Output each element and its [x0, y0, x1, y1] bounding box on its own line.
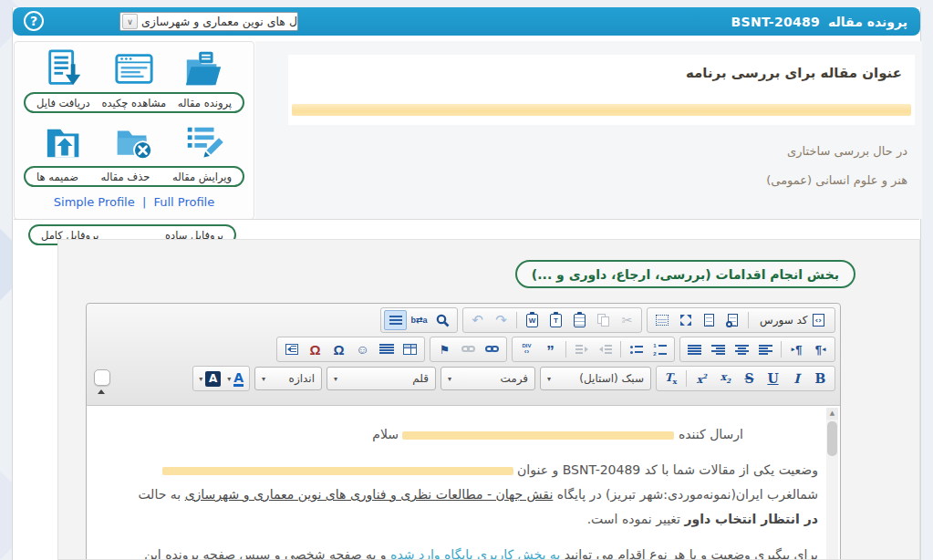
increase-indent-icon — [599, 345, 612, 355]
show-blocks-icon — [656, 315, 669, 326]
templates-button[interactable] — [698, 310, 720, 330]
remove-format-icon: Tx — [665, 371, 678, 386]
symbol-button[interactable]: Ω — [327, 339, 350, 359]
search-icon — [436, 314, 450, 327]
chevron-down-icon: ▾ — [227, 375, 231, 383]
smiley-button[interactable]: ☺ — [351, 339, 374, 359]
align-left-button[interactable] — [754, 339, 777, 359]
page-title-group: پرونده مقاله BSNT-20489 — [731, 7, 907, 36]
source-code-icon: ‹› — [813, 314, 824, 327]
article-status: در حال بررسی ساختاری — [255, 144, 922, 158]
source-code-button[interactable]: کد سورس ‹› — [752, 310, 832, 330]
scrollbar-thumb[interactable] — [827, 421, 837, 456]
action-label[interactable]: دریافت فایل — [36, 97, 90, 109]
scroll-up-icon[interactable]: ▲ — [826, 408, 838, 420]
action-label[interactable]: ویرایش مقاله — [172, 171, 232, 183]
link-button[interactable] — [481, 339, 503, 359]
show-blocks-button[interactable] — [650, 310, 673, 330]
text-direction-ltr-button[interactable]: ▸¶ — [785, 339, 808, 359]
copy-button[interactable] — [592, 310, 615, 330]
select-all-icon — [389, 316, 402, 326]
attachments-icon[interactable] — [44, 122, 86, 164]
full-profile-link[interactable]: Full Profile — [153, 195, 214, 209]
actions-section-heading: بخش انجام اقدامات (بررسی، ارجاع، داوری و… — [515, 260, 855, 288]
maximize-button[interactable] — [674, 310, 697, 330]
chevron-down-icon: ∨ — [122, 14, 138, 29]
find-button[interactable] — [431, 310, 454, 330]
underline-icon: U — [767, 371, 778, 386]
strikethrough-button[interactable]: S — [738, 368, 761, 389]
paste-from-word-button[interactable]: W — [521, 310, 544, 330]
editor-scrollbar[interactable]: ▲ — [826, 408, 838, 560]
insert-table-button[interactable] — [399, 339, 421, 359]
download-file-icon[interactable] — [44, 48, 86, 90]
align-right-button[interactable] — [707, 339, 730, 359]
paste-icon — [574, 314, 586, 327]
actions-row-1 — [15, 48, 254, 90]
preview-button[interactable] — [721, 310, 744, 330]
background-color-button[interactable]: ▾ A — [196, 368, 223, 389]
delete-article-icon[interactable] — [113, 122, 155, 164]
blockquote-button[interactable]: ” — [539, 339, 562, 359]
bold-button[interactable]: B — [809, 368, 832, 389]
unlink-button[interactable] — [457, 339, 480, 359]
horizontal-rule-button[interactable] — [375, 339, 398, 359]
select-all-button[interactable] — [384, 310, 407, 330]
undo-button[interactable]: ↶ — [466, 310, 489, 330]
subscript-icon: x2 — [720, 371, 731, 385]
style-select[interactable]: ▾ سبک (استایل) — [540, 367, 651, 390]
italic-button[interactable]: I — [785, 368, 808, 389]
justify-block-button[interactable] — [683, 339, 706, 359]
increase-indent-button[interactable] — [594, 339, 617, 359]
action-label[interactable]: مشاهده چکیده — [101, 97, 166, 109]
numbered-list-button[interactable]: 1 2 — [648, 339, 671, 359]
profile-links: Simple Profile | Full Profile — [15, 195, 254, 209]
underline-button[interactable]: U — [762, 368, 784, 389]
rich-text-editor: b⇄a ↶ ↷ W T — [86, 303, 841, 560]
anchor-button[interactable]: ⚑ — [433, 339, 456, 359]
text-direction-rtl-button[interactable]: ¶◂ — [809, 339, 832, 359]
login-link[interactable]: به بخش کاربری پایگاه وارد شده — [390, 547, 560, 560]
paste-button[interactable] — [568, 310, 591, 330]
bulleted-list-button[interactable] — [625, 339, 648, 359]
simple-profile-link[interactable]: Simple Profile — [54, 195, 135, 209]
editor-content[interactable]: ارسال کننده سلام وضعیت یکی از مقالات شما… — [87, 406, 840, 560]
font-family-select[interactable]: ▾ قلم — [327, 367, 436, 390]
journal-name-link[interactable]: نقش جهان - مطالعات نظری و فناوری های نوی… — [185, 487, 554, 502]
iframe-button[interactable] — [280, 339, 303, 359]
actions-section: بخش انجام اقدامات (بررسی، ارجاع، داوری و… — [57, 239, 920, 560]
toolbar-collapse-button[interactable] — [94, 369, 110, 386]
strikethrough-icon: S — [744, 371, 753, 386]
action-label[interactable]: حذف مقاله — [101, 171, 150, 183]
text-color-button[interactable]: ▾ A — [224, 368, 246, 389]
document-icon — [704, 314, 714, 327]
cut-button[interactable]: ✂ — [616, 310, 638, 330]
article-title-card: عنوان مقاله برای بررسی برنامه — [288, 55, 915, 125]
bulleted-list-icon — [630, 346, 643, 354]
font-size-select[interactable]: ▾ اندازه — [254, 367, 322, 390]
remove-format-button[interactable]: Tx — [659, 368, 682, 389]
edit-article-icon[interactable] — [182, 122, 224, 164]
paragraph-format-select[interactable]: ▾ فرمت — [441, 367, 535, 390]
journal-select-value: ل های نوین معماری و شهرسازی — [138, 15, 297, 28]
superscript-button[interactable]: x2 — [690, 368, 713, 389]
horizontal-rule-icon — [379, 344, 394, 355]
undo-icon: ↶ — [472, 312, 483, 328]
view-abstract-icon[interactable] — [113, 48, 155, 90]
anchor-icon: ⚑ — [440, 343, 451, 357]
replace-button[interactable]: b⇄a — [408, 310, 430, 330]
action-label[interactable]: پرونده مقاله — [178, 97, 232, 109]
redo-button[interactable]: ↷ — [490, 310, 513, 330]
subscript-button[interactable]: x2 — [714, 368, 737, 389]
paste-as-text-button[interactable]: T — [544, 310, 567, 330]
background-color-icon: A — [205, 371, 221, 387]
action-label[interactable]: ضمیمه ها — [36, 171, 78, 183]
div-container-button[interactable]: DIV‹› — [515, 339, 538, 359]
journal-select[interactable]: ∨ ل های نوین معماری و شهرسازی — [119, 12, 298, 31]
decrease-indent-button[interactable] — [570, 339, 593, 359]
special-char-button[interactable]: Ω — [304, 339, 327, 359]
align-center-button[interactable] — [731, 339, 753, 359]
help-icon[interactable]: ? — [24, 11, 44, 31]
article-folder-icon[interactable] — [182, 48, 224, 90]
cut-icon: ✂ — [622, 313, 633, 327]
